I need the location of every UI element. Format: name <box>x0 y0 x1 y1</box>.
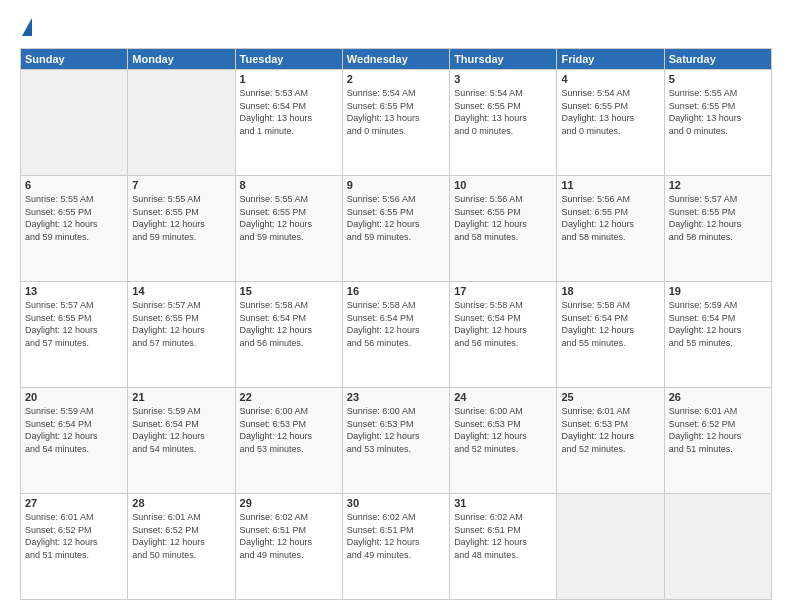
day-number: 4 <box>561 73 659 85</box>
day-cell: 19Sunrise: 5:59 AM Sunset: 6:54 PM Dayli… <box>664 282 771 388</box>
day-cell: 29Sunrise: 6:02 AM Sunset: 6:51 PM Dayli… <box>235 494 342 600</box>
day-info: Sunrise: 5:56 AM Sunset: 6:55 PM Dayligh… <box>561 193 659 243</box>
day-cell: 3Sunrise: 5:54 AM Sunset: 6:55 PM Daylig… <box>450 70 557 176</box>
day-cell: 27Sunrise: 6:01 AM Sunset: 6:52 PM Dayli… <box>21 494 128 600</box>
day-number: 16 <box>347 285 445 297</box>
day-info: Sunrise: 5:58 AM Sunset: 6:54 PM Dayligh… <box>454 299 552 349</box>
day-number: 11 <box>561 179 659 191</box>
day-info: Sunrise: 6:00 AM Sunset: 6:53 PM Dayligh… <box>454 405 552 455</box>
day-number: 18 <box>561 285 659 297</box>
day-cell: 16Sunrise: 5:58 AM Sunset: 6:54 PM Dayli… <box>342 282 449 388</box>
day-number: 26 <box>669 391 767 403</box>
day-number: 25 <box>561 391 659 403</box>
day-cell: 11Sunrise: 5:56 AM Sunset: 6:55 PM Dayli… <box>557 176 664 282</box>
day-number: 9 <box>347 179 445 191</box>
logo <box>20 18 32 38</box>
day-info: Sunrise: 5:56 AM Sunset: 6:55 PM Dayligh… <box>347 193 445 243</box>
day-number: 7 <box>132 179 230 191</box>
day-info: Sunrise: 5:53 AM Sunset: 6:54 PM Dayligh… <box>240 87 338 137</box>
day-info: Sunrise: 6:01 AM Sunset: 6:52 PM Dayligh… <box>669 405 767 455</box>
week-row-5: 27Sunrise: 6:01 AM Sunset: 6:52 PM Dayli… <box>21 494 772 600</box>
day-cell: 15Sunrise: 5:58 AM Sunset: 6:54 PM Dayli… <box>235 282 342 388</box>
header <box>20 18 772 38</box>
day-cell <box>21 70 128 176</box>
day-number: 1 <box>240 73 338 85</box>
day-cell: 14Sunrise: 5:57 AM Sunset: 6:55 PM Dayli… <box>128 282 235 388</box>
day-number: 14 <box>132 285 230 297</box>
day-number: 17 <box>454 285 552 297</box>
day-cell: 28Sunrise: 6:01 AM Sunset: 6:52 PM Dayli… <box>128 494 235 600</box>
weekday-tuesday: Tuesday <box>235 49 342 70</box>
calendar: SundayMondayTuesdayWednesdayThursdayFrid… <box>20 48 772 600</box>
weekday-thursday: Thursday <box>450 49 557 70</box>
day-cell: 1Sunrise: 5:53 AM Sunset: 6:54 PM Daylig… <box>235 70 342 176</box>
weekday-monday: Monday <box>128 49 235 70</box>
day-info: Sunrise: 5:54 AM Sunset: 6:55 PM Dayligh… <box>454 87 552 137</box>
day-number: 29 <box>240 497 338 509</box>
day-info: Sunrise: 6:02 AM Sunset: 6:51 PM Dayligh… <box>240 511 338 561</box>
day-cell: 30Sunrise: 6:02 AM Sunset: 6:51 PM Dayli… <box>342 494 449 600</box>
day-info: Sunrise: 6:01 AM Sunset: 6:53 PM Dayligh… <box>561 405 659 455</box>
day-cell: 17Sunrise: 5:58 AM Sunset: 6:54 PM Dayli… <box>450 282 557 388</box>
day-info: Sunrise: 5:55 AM Sunset: 6:55 PM Dayligh… <box>132 193 230 243</box>
day-cell <box>128 70 235 176</box>
day-info: Sunrise: 6:02 AM Sunset: 6:51 PM Dayligh… <box>454 511 552 561</box>
day-cell: 18Sunrise: 5:58 AM Sunset: 6:54 PM Dayli… <box>557 282 664 388</box>
day-cell: 20Sunrise: 5:59 AM Sunset: 6:54 PM Dayli… <box>21 388 128 494</box>
day-info: Sunrise: 5:58 AM Sunset: 6:54 PM Dayligh… <box>240 299 338 349</box>
day-number: 21 <box>132 391 230 403</box>
day-cell <box>557 494 664 600</box>
day-info: Sunrise: 5:59 AM Sunset: 6:54 PM Dayligh… <box>669 299 767 349</box>
weekday-wednesday: Wednesday <box>342 49 449 70</box>
day-number: 31 <box>454 497 552 509</box>
day-number: 20 <box>25 391 123 403</box>
day-info: Sunrise: 5:57 AM Sunset: 6:55 PM Dayligh… <box>25 299 123 349</box>
day-number: 5 <box>669 73 767 85</box>
day-cell: 23Sunrise: 6:00 AM Sunset: 6:53 PM Dayli… <box>342 388 449 494</box>
day-cell: 24Sunrise: 6:00 AM Sunset: 6:53 PM Dayli… <box>450 388 557 494</box>
day-info: Sunrise: 5:54 AM Sunset: 6:55 PM Dayligh… <box>347 87 445 137</box>
day-number: 8 <box>240 179 338 191</box>
day-info: Sunrise: 5:57 AM Sunset: 6:55 PM Dayligh… <box>669 193 767 243</box>
day-number: 2 <box>347 73 445 85</box>
week-row-3: 13Sunrise: 5:57 AM Sunset: 6:55 PM Dayli… <box>21 282 772 388</box>
day-number: 27 <box>25 497 123 509</box>
day-number: 6 <box>25 179 123 191</box>
day-info: Sunrise: 5:57 AM Sunset: 6:55 PM Dayligh… <box>132 299 230 349</box>
day-cell: 22Sunrise: 6:00 AM Sunset: 6:53 PM Dayli… <box>235 388 342 494</box>
day-cell: 9Sunrise: 5:56 AM Sunset: 6:55 PM Daylig… <box>342 176 449 282</box>
day-info: Sunrise: 5:55 AM Sunset: 6:55 PM Dayligh… <box>240 193 338 243</box>
weekday-saturday: Saturday <box>664 49 771 70</box>
day-cell: 13Sunrise: 5:57 AM Sunset: 6:55 PM Dayli… <box>21 282 128 388</box>
day-number: 30 <box>347 497 445 509</box>
day-info: Sunrise: 5:58 AM Sunset: 6:54 PM Dayligh… <box>561 299 659 349</box>
day-cell: 6Sunrise: 5:55 AM Sunset: 6:55 PM Daylig… <box>21 176 128 282</box>
day-number: 3 <box>454 73 552 85</box>
day-info: Sunrise: 5:56 AM Sunset: 6:55 PM Dayligh… <box>454 193 552 243</box>
day-number: 23 <box>347 391 445 403</box>
week-row-4: 20Sunrise: 5:59 AM Sunset: 6:54 PM Dayli… <box>21 388 772 494</box>
day-info: Sunrise: 5:54 AM Sunset: 6:55 PM Dayligh… <box>561 87 659 137</box>
day-info: Sunrise: 6:02 AM Sunset: 6:51 PM Dayligh… <box>347 511 445 561</box>
day-number: 10 <box>454 179 552 191</box>
day-number: 28 <box>132 497 230 509</box>
day-cell: 7Sunrise: 5:55 AM Sunset: 6:55 PM Daylig… <box>128 176 235 282</box>
day-cell: 21Sunrise: 5:59 AM Sunset: 6:54 PM Dayli… <box>128 388 235 494</box>
day-info: Sunrise: 5:55 AM Sunset: 6:55 PM Dayligh… <box>25 193 123 243</box>
day-cell: 26Sunrise: 6:01 AM Sunset: 6:52 PM Dayli… <box>664 388 771 494</box>
day-cell: 31Sunrise: 6:02 AM Sunset: 6:51 PM Dayli… <box>450 494 557 600</box>
day-cell <box>664 494 771 600</box>
day-cell: 8Sunrise: 5:55 AM Sunset: 6:55 PM Daylig… <box>235 176 342 282</box>
day-info: Sunrise: 5:59 AM Sunset: 6:54 PM Dayligh… <box>132 405 230 455</box>
day-info: Sunrise: 5:59 AM Sunset: 6:54 PM Dayligh… <box>25 405 123 455</box>
page: SundayMondayTuesdayWednesdayThursdayFrid… <box>0 0 792 612</box>
day-cell: 4Sunrise: 5:54 AM Sunset: 6:55 PM Daylig… <box>557 70 664 176</box>
day-info: Sunrise: 6:00 AM Sunset: 6:53 PM Dayligh… <box>347 405 445 455</box>
day-number: 13 <box>25 285 123 297</box>
day-info: Sunrise: 5:58 AM Sunset: 6:54 PM Dayligh… <box>347 299 445 349</box>
day-cell: 12Sunrise: 5:57 AM Sunset: 6:55 PM Dayli… <box>664 176 771 282</box>
day-number: 12 <box>669 179 767 191</box>
day-number: 19 <box>669 285 767 297</box>
day-number: 22 <box>240 391 338 403</box>
day-info: Sunrise: 5:55 AM Sunset: 6:55 PM Dayligh… <box>669 87 767 137</box>
